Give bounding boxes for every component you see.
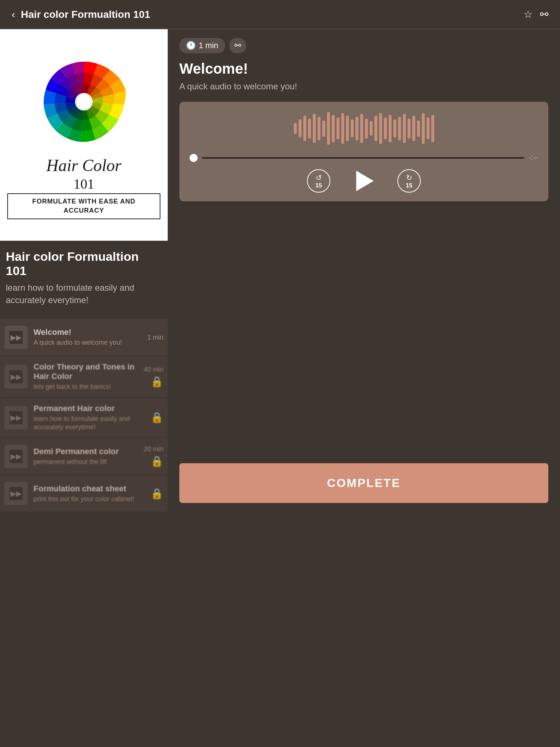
course-main-title: Hair color Formualtion 101	[6, 249, 162, 278]
audio-thumb-icon: ▶▶	[9, 370, 23, 383]
waveform-bar	[346, 116, 349, 141]
course-cover-image: Hair Color 101 FORMULATE WITH EASE AND A…	[0, 29, 168, 241]
back-button[interactable]: ‹	[12, 9, 15, 20]
lock-icon: 🔒	[151, 455, 163, 467]
waveform-bar	[417, 120, 420, 137]
nav-right: ☆ ⚯	[524, 8, 548, 20]
lesson-thumbnail: ▶▶	[4, 326, 28, 349]
waveform-bar	[322, 120, 325, 137]
svg-point-2	[77, 95, 90, 108]
lesson-thumbnail: ▶▶	[4, 365, 28, 388]
course-image-inner: Hair Color 101 FORMULATE WITH EASE AND A…	[0, 43, 168, 226]
lesson-item-details: Color Theory and Tones in Hair Color let…	[34, 362, 141, 391]
lesson-item-desc: print this out for your color cabinet!	[34, 495, 148, 503]
lesson-item[interactable]: ▶▶ Demi Permanent color permanent withou…	[0, 438, 168, 475]
lesson-item-right: 40 min 🔒	[144, 366, 163, 388]
right-bottom-area: COMPLETE	[179, 212, 548, 503]
rewind-seconds: 15	[315, 183, 322, 189]
waveform-bar	[308, 119, 311, 139]
share-button[interactable]: ⚯	[540, 8, 548, 20]
waveform-bar	[403, 114, 406, 143]
waveform-bar	[374, 116, 377, 141]
lock-icon: 🔒	[151, 411, 163, 423]
progress-bar-container[interactable]: -:--	[190, 154, 538, 162]
waveform-bar	[337, 117, 339, 139]
waveform-bar	[431, 115, 434, 142]
waveform-bar	[365, 119, 368, 139]
waveform-bar	[384, 117, 387, 139]
lesson-item[interactable]: ▶▶ Color Theory and Tones in Hair Color …	[0, 356, 168, 397]
time-remaining: -:--	[529, 154, 538, 162]
main-content: Hair Color 101 FORMULATE WITH EASE AND A…	[0, 29, 560, 512]
course-description: learn how to formulate easily and accura…	[6, 282, 162, 306]
right-column: 🕐 1 min ⚯ Welcome! A quick audio to welc…	[168, 29, 560, 512]
lesson-item-details: Permanent Hair color learn how to formul…	[34, 404, 148, 432]
play-icon	[356, 171, 374, 191]
lesson-item-desc: A quick audio to welcome you!	[34, 338, 144, 347]
lesson-item-name: Permanent Hair color	[34, 404, 148, 413]
waveform-bar	[412, 116, 415, 141]
waveform-bar	[313, 114, 316, 143]
lesson-item-right: 20 min 🔒	[144, 445, 163, 467]
waveform-bar	[427, 117, 429, 139]
lesson-item[interactable]: ▶▶ Formulation cheat sheet print this ou…	[0, 475, 168, 512]
lesson-item-right: 🔒	[151, 488, 163, 500]
progress-track[interactable]	[202, 157, 524, 159]
lesson-item-name: Welcome!	[34, 328, 144, 337]
waveform-bar	[327, 112, 330, 145]
lesson-duration: 20 min	[144, 445, 163, 453]
waveform-bar	[408, 119, 411, 139]
color-wheel	[33, 51, 135, 153]
complete-section: COMPLETE	[179, 456, 548, 503]
left-column: Hair Color 101 FORMULATE WITH EASE AND A…	[0, 29, 168, 512]
course-tagline-box: FORMULATE WITH EASE AND ACCURACY	[7, 193, 160, 219]
forward-seconds: 15	[406, 183, 412, 189]
audio-thumb-icon: ▶▶	[9, 487, 23, 500]
course-info: Hair color Formualtion 101 learn how to …	[0, 241, 168, 319]
lesson-item[interactable]: ▶▶ Permanent Hair color learn how to for…	[0, 398, 168, 438]
complete-button[interactable]: COMPLETE	[179, 463, 548, 503]
lesson-item-details: Demi Permanent color permanent without t…	[34, 447, 141, 466]
audio-thumb-icon: ▶▶	[9, 331, 23, 344]
lesson-thumbnail: ▶▶	[4, 482, 28, 505]
audio-thumb-icon: ▶▶	[9, 450, 23, 463]
waveform-bar	[351, 119, 354, 138]
waveform-bar	[360, 114, 363, 143]
bookmark-button[interactable]: ☆	[524, 8, 533, 20]
waveform-bar	[389, 115, 392, 142]
lesson-item-name: Color Theory and Tones in Hair Color	[34, 362, 141, 381]
duration-text: 1 min	[199, 41, 218, 50]
lesson-description: A quick audio to welcome you!	[179, 81, 548, 92]
waveform	[190, 112, 538, 145]
audio-thumb-icon: ▶▶	[9, 411, 23, 424]
waveform-bar	[422, 113, 425, 144]
duration-badge: 🕐 1 min	[179, 38, 225, 53]
play-button[interactable]	[352, 169, 376, 193]
lesson-item-desc: lets get back to the basics!	[34, 383, 141, 391]
lesson-item-desc: learn how to formulate easily and accura…	[34, 415, 148, 432]
audio-player: -:-- ↺ 15 ↻ 15	[179, 102, 548, 201]
player-controls: ↺ 15 ↻ 15	[190, 169, 538, 193]
waveform-bar	[398, 117, 401, 140]
lesson-item-details: Formulation cheat sheet print this out f…	[34, 484, 148, 503]
lesson-item-right: 1 min	[147, 334, 163, 341]
progress-thumb[interactable]	[190, 154, 198, 162]
nav-title: Hair color Formualtion 101	[21, 9, 150, 20]
forward-button[interactable]: ↻ 15	[397, 169, 421, 193]
waveform-bar	[341, 113, 344, 144]
course-image-title: Hair Color 101	[46, 156, 121, 192]
link-badge[interactable]: ⚯	[229, 38, 246, 53]
lesson-item-name: Formulation cheat sheet	[34, 484, 148, 494]
waveform-bar	[318, 117, 320, 140]
lock-icon: 🔒	[151, 488, 163, 500]
lesson-title: Welcome!	[179, 61, 548, 77]
top-navigation: ‹ Hair color Formualtion 101 ☆ ⚯	[0, 0, 560, 29]
waveform-bar	[303, 116, 306, 141]
lesson-item[interactable]: ▶▶ Welcome! A quick audio to welcome you…	[0, 319, 168, 356]
lesson-thumbnail: ▶▶	[4, 406, 28, 429]
chain-icon: ⚯	[234, 41, 241, 50]
rewind-button[interactable]: ↺ 15	[307, 169, 330, 193]
waveform-bar	[379, 113, 382, 144]
waveform-bar	[370, 121, 373, 136]
lesson-item-name: Demi Permanent color	[34, 447, 141, 456]
